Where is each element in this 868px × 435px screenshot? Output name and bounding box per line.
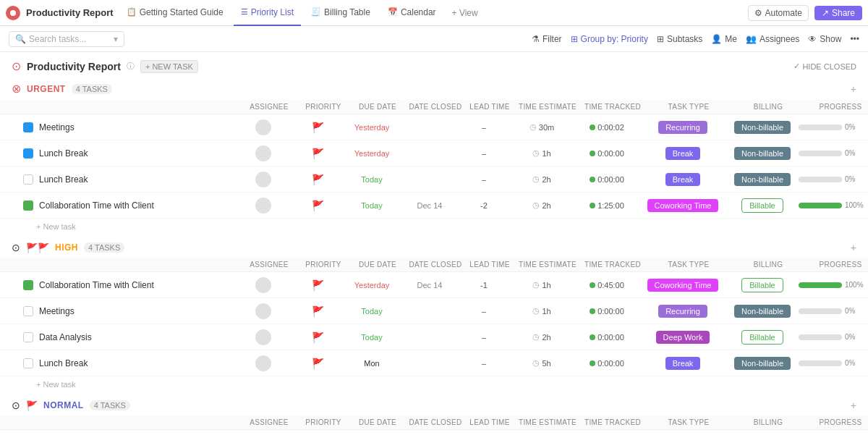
add-task-normal-icon[interactable]: + bbox=[851, 400, 856, 411]
tracked-dot-icon bbox=[590, 308, 595, 314]
automate-button[interactable]: ⚙ Automate bbox=[748, 5, 809, 21]
task-time-estimate: ◷1h bbox=[509, 280, 574, 290]
add-task-high-icon[interactable]: + bbox=[851, 242, 856, 253]
table-row[interactable]: Collaboration Time with Client 🚩 Today D… bbox=[0, 193, 868, 219]
task-assignee bbox=[234, 119, 292, 135]
task-billing: Non-billable bbox=[726, 173, 799, 186]
task-due-date: Yesterday bbox=[343, 149, 401, 158]
urgent-col-headers: ASSIGNEE PRIORITY DUE DATE DATE CLOSED L… bbox=[0, 100, 868, 114]
toolbar-right: ⚗ Filter ⊞ Group by: Priority ⊞ Subtasks… bbox=[532, 34, 859, 44]
table-row[interactable]: Meetings 🚩 Today – ◷1h 0:00:00 Recurring… bbox=[0, 298, 868, 324]
clock-icon: ◷ bbox=[532, 174, 540, 184]
progress-bar bbox=[799, 308, 842, 314]
table-row[interactable]: Collaboration Time with Client 🚩 Yesterd… bbox=[0, 272, 868, 298]
task-due-date: Today bbox=[343, 201, 401, 210]
me-button[interactable]: 👤 Me bbox=[711, 34, 737, 44]
share-icon: ↗ bbox=[822, 8, 829, 18]
task-time-tracked: 0:00:00 bbox=[574, 149, 639, 158]
task-lead-time: – bbox=[459, 175, 509, 184]
more-button[interactable]: ••• bbox=[850, 34, 859, 44]
calendar-icon: 📅 bbox=[388, 7, 398, 17]
tab-priority-list[interactable]: ☰ Priority List bbox=[234, 0, 301, 26]
clock-icon: ◷ bbox=[532, 280, 540, 290]
clock-icon: ◷ bbox=[532, 148, 540, 158]
tracked-dot-icon bbox=[590, 124, 595, 130]
search-box[interactable]: 🔍 Search tasks... ▾ bbox=[9, 31, 124, 47]
task-assignee bbox=[234, 303, 292, 319]
table-row[interactable]: Meetings 🚩 Yesterday – ◷30m 0:00:02 Recu… bbox=[0, 114, 868, 140]
chevron-down-icon: ▾ bbox=[114, 34, 118, 44]
automate-label: Automate bbox=[765, 8, 802, 18]
tab-add-view[interactable]: + View bbox=[446, 8, 484, 18]
type-badge: Recurring bbox=[658, 305, 707, 318]
task-date-closed: Dec 14 bbox=[401, 281, 459, 290]
assignees-button[interactable]: 👥 Assignees bbox=[746, 34, 799, 44]
table-row[interactable]: Lunch Break 🚩 Mon – ◷5h 0:00:00 Break No… bbox=[0, 350, 868, 376]
task-priority: 🚩 bbox=[292, 200, 343, 211]
tab-calendar[interactable]: 📅 Calendar bbox=[380, 0, 443, 26]
task-progress: 0% bbox=[799, 307, 868, 315]
add-task-urgent-icon[interactable]: + bbox=[851, 83, 856, 95]
task-time-tracked: 1:25:00 bbox=[574, 201, 639, 210]
priority-flag-icon: 🚩 bbox=[312, 148, 324, 159]
billing-badge: Non-billable bbox=[734, 121, 791, 134]
high-icon: ⊙ bbox=[12, 242, 20, 253]
hide-closed-button[interactable]: ✓ HIDE CLOSED bbox=[793, 62, 856, 71]
new-task-row-high[interactable]: + New task bbox=[0, 376, 868, 392]
task-name: Meetings bbox=[39, 122, 234, 132]
tracked-dot-icon bbox=[590, 203, 595, 208]
clock-icon: ◷ bbox=[532, 332, 540, 342]
task-lead-time: – bbox=[459, 359, 509, 368]
high-col-headers: ASSIGNEE PRIORITY DUE DATE DATE CLOSED L… bbox=[0, 258, 868, 272]
task-billing: Non-billable bbox=[726, 357, 799, 370]
show-button[interactable]: 👁 Show bbox=[808, 34, 841, 44]
more-icon: ••• bbox=[850, 34, 859, 44]
task-due-date: Today bbox=[343, 333, 401, 342]
check-icon: ✓ bbox=[793, 62, 800, 71]
task-status-blue bbox=[23, 122, 33, 132]
tab-getting-started[interactable]: 📋 Getting Started Guide bbox=[119, 0, 231, 26]
filter-button[interactable]: ⚗ Filter bbox=[532, 34, 562, 44]
task-assignee bbox=[234, 329, 292, 345]
billing-badge: Billable bbox=[741, 278, 783, 292]
progress-percent: 0% bbox=[845, 359, 855, 367]
billing-badge: Billable bbox=[741, 198, 783, 213]
task-priority: 🚩 bbox=[292, 148, 343, 159]
share-button[interactable]: ↗ Share bbox=[814, 6, 862, 20]
table-row[interactable]: Data Analysis 🚩 Yesterday Dec 14 -1 ◷3h … bbox=[0, 430, 868, 435]
task-time-tracked: 0:00:00 bbox=[574, 307, 639, 316]
search-icon: 🔍 bbox=[15, 34, 26, 44]
group-by-button[interactable]: ⊞ Group by: Priority bbox=[571, 34, 648, 44]
billing-badge: Non-billable bbox=[734, 173, 791, 186]
task-assignee bbox=[234, 355, 292, 371]
task-type: Recurring bbox=[639, 121, 726, 134]
task-lead-time: -1 bbox=[459, 281, 509, 290]
task-type: Coworking Time bbox=[639, 279, 726, 292]
task-progress: 0% bbox=[799, 333, 868, 341]
table-row[interactable]: Lunch Break 🚩 Yesterday – ◷1h 0:00:00 Br… bbox=[0, 140, 868, 166]
priority-flag-icon: 🚩 bbox=[312, 331, 324, 343]
new-task-row-urgent[interactable]: + New task bbox=[0, 219, 868, 235]
progress-bar bbox=[799, 334, 842, 340]
task-type: Recurring bbox=[639, 305, 726, 318]
type-badge: Deep Work bbox=[656, 331, 710, 344]
new-task-button[interactable]: + NEW TASK bbox=[140, 60, 198, 73]
avatar bbox=[255, 172, 271, 187]
task-priority: 🚩 bbox=[292, 279, 343, 291]
task-progress: 0% bbox=[799, 359, 868, 367]
list-icon: ☰ bbox=[241, 7, 248, 17]
clock-icon: ◷ bbox=[532, 358, 540, 368]
table-row[interactable]: Lunch Break 🚩 Today – ◷2h 0:00:00 Break … bbox=[0, 166, 868, 193]
task-name: Data Analysis bbox=[39, 332, 234, 342]
task-billing: Billable bbox=[726, 330, 799, 345]
group-high: ⊙ 🚩🚩 HIGH 4 TASKS + ASSIGNEE PRIORITY DU… bbox=[0, 237, 868, 392]
task-time-estimate: ◷2h bbox=[509, 174, 574, 184]
doc-icon: 📋 bbox=[127, 7, 137, 17]
table-row[interactable]: Data Analysis 🚩 Today – ◷2h 0:00:00 Deep… bbox=[0, 324, 868, 350]
tab-priority-list-label: Priority List bbox=[251, 7, 294, 17]
subtasks-label: Subtasks bbox=[667, 34, 702, 44]
tracked-dot-icon bbox=[590, 360, 595, 366]
tab-billing-table[interactable]: 🧾 Billing Table bbox=[304, 0, 378, 26]
subtasks-button[interactable]: ⊞ Subtasks bbox=[657, 34, 702, 44]
type-badge: Break bbox=[665, 357, 701, 370]
